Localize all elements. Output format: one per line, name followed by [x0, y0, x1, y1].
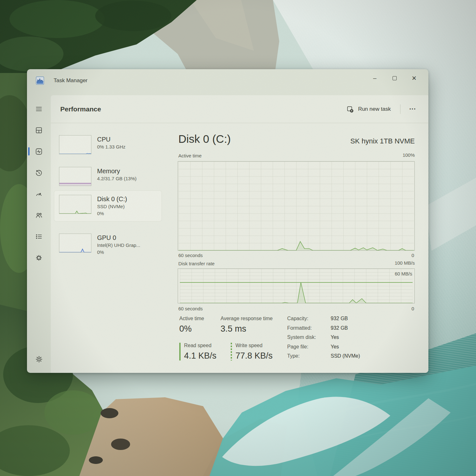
- graph1-scale-label: 100%: [403, 152, 415, 158]
- sidebar-item-details[interactable]: [32, 230, 46, 243]
- graph2-scale-label: 100 MB/s: [395, 260, 415, 266]
- users-icon: [35, 211, 43, 219]
- graph1-label: Active time: [178, 153, 202, 158]
- window-title: Task Manager: [54, 77, 88, 84]
- memory-mini-graph: [59, 167, 91, 186]
- disk-stats: Active time 0% Average response time 3.5…: [178, 316, 415, 363]
- graph2-xleft: 60 seconds: [178, 306, 203, 311]
- graph1-xright: 0: [412, 253, 414, 258]
- titlebar[interactable]: Task Manager – ✕: [27, 69, 428, 92]
- active-time-value: 0%: [179, 324, 192, 334]
- system-disk-value: Yes: [331, 334, 339, 340]
- capacity-value: 932 GB: [331, 316, 348, 321]
- maximize-icon: [393, 76, 397, 80]
- sidebar: [27, 92, 51, 373]
- sidebar-item-services[interactable]: [32, 251, 46, 264]
- perf-item-info: 4.2/31.7 GB (13%): [97, 175, 136, 182]
- task-manager-app-icon: [36, 76, 44, 85]
- perf-item-name: Disk 0 (C:): [97, 195, 127, 203]
- processes-icon: [35, 126, 43, 134]
- perf-item-name: Memory: [97, 167, 136, 175]
- sidebar-item-startup-apps[interactable]: [32, 187, 46, 201]
- perf-list-item-disk0[interactable]: Disk 0 (C:) SSD (NVMe) 0%: [54, 190, 162, 221]
- perf-item-info: 0% 1.33 GHz: [97, 143, 125, 150]
- minimize-button[interactable]: –: [365, 69, 385, 87]
- ellipsis-icon: •••: [409, 107, 416, 111]
- perf-item-name: GPU 0: [97, 234, 140, 242]
- perf-item-info: Intel(R) UHD Grap...: [97, 242, 140, 249]
- close-button[interactable]: ✕: [404, 69, 424, 87]
- read-speed-bar: [179, 343, 181, 360]
- disk-transfer-rate-graph: [178, 268, 415, 303]
- perf-item-usage: 0%: [97, 210, 127, 217]
- active-time-graph: [178, 161, 415, 251]
- startup-apps-icon: [35, 190, 43, 198]
- header-divider: [400, 104, 400, 114]
- sidebar-settings-button[interactable]: [32, 353, 46, 366]
- graph2-label: Disk transfer rate: [178, 261, 215, 266]
- write-speed-label: Write speed: [235, 343, 262, 348]
- device-name: SK hynix 1TB NVME: [350, 137, 415, 145]
- cpu-mini-graph: [59, 135, 91, 154]
- read-speed-value: 4.1 KB/s: [184, 351, 216, 361]
- read-speed-label: Read speed: [184, 343, 211, 348]
- formatted-value: 932 GB: [331, 325, 348, 331]
- system-disk-label: System disk:: [287, 334, 316, 340]
- perf-item-usage: 0%: [97, 249, 140, 256]
- run-new-task-button[interactable]: Run new task: [343, 103, 394, 116]
- sidebar-item-users[interactable]: [32, 208, 46, 222]
- gpu-mini-graph: [59, 234, 91, 253]
- formatted-label: Formatted:: [287, 325, 312, 331]
- performance-icon: [35, 148, 43, 155]
- active-time-label: Active time: [179, 316, 204, 321]
- settings-gear-icon: [35, 355, 43, 363]
- close-icon: ✕: [412, 75, 417, 82]
- perf-list-item-cpu[interactable]: CPU 0% 1.33 GHz: [54, 131, 162, 159]
- perf-item-name: CPU: [97, 135, 125, 143]
- minimize-icon: –: [373, 75, 377, 82]
- graph2-ref-label: 60 MB/s: [395, 271, 412, 276]
- disk-detail-panel: Disk 0 (C:) SK hynix 1TB NVME Active tim…: [178, 133, 415, 364]
- avg-response-value: 3.5 ms: [221, 324, 246, 334]
- sidebar-item-processes[interactable]: [32, 123, 46, 137]
- type-label: Type:: [287, 353, 300, 359]
- perf-item-info: SSD (NVMe): [97, 203, 127, 210]
- maximize-button[interactable]: [385, 69, 404, 87]
- sidebar-item-performance[interactable]: [32, 145, 46, 158]
- page-title: Performance: [60, 105, 101, 113]
- run-new-task-icon: [347, 106, 354, 113]
- details-icon: [35, 233, 43, 241]
- perf-list-item-memory[interactable]: Memory 4.2/31.7 GB (13%): [54, 162, 162, 190]
- run-new-task-label: Run new task: [358, 106, 391, 112]
- selected-indicator: [28, 147, 30, 155]
- capacity-label: Capacity:: [287, 316, 308, 321]
- disk-mini-graph: [59, 195, 91, 214]
- perf-list-item-gpu0[interactable]: GPU 0 Intel(R) UHD Grap... 0%: [54, 229, 162, 260]
- write-speed-value: 77.8 KB/s: [235, 351, 273, 361]
- content-card: Performance Run new task ••• CPU 0: [51, 95, 428, 373]
- graph1-xleft: 60 seconds: [178, 253, 203, 258]
- more-options-button[interactable]: •••: [407, 105, 419, 113]
- page-file-label: Page file:: [287, 344, 308, 350]
- graph2-xright: 0: [412, 306, 414, 311]
- page-file-value: Yes: [331, 344, 339, 350]
- task-manager-window: Task Manager – ✕: [27, 69, 428, 373]
- panel-title: Disk 0 (C:): [178, 133, 231, 145]
- sidebar-item-app-history[interactable]: [32, 166, 46, 179]
- type-value: SSD (NVMe): [331, 353, 360, 359]
- write-speed-bar: [231, 343, 232, 360]
- app-history-icon: [35, 169, 43, 177]
- avg-response-label: Average response time: [221, 316, 273, 321]
- hamburger-menu-icon: [35, 105, 43, 113]
- services-icon: [35, 254, 43, 262]
- sidebar-menu-button[interactable]: [32, 102, 46, 116]
